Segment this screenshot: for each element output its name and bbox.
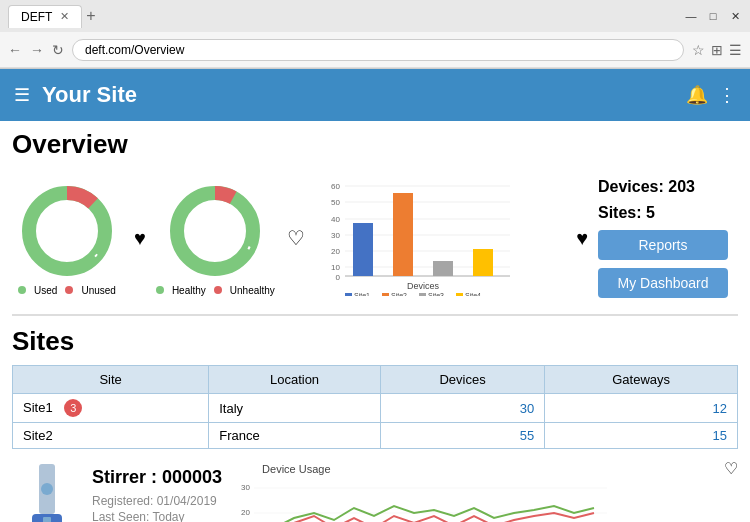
reports-button[interactable]: Reports (598, 230, 728, 260)
minimize-button[interactable]: — (684, 9, 698, 23)
svg-text:Devices: Devices (407, 281, 440, 291)
table-row: Site1 3 Italy 30 12 (13, 394, 738, 423)
browser-titlebar: DEFT ✕ + — □ ✕ (0, 0, 750, 32)
svg-rect-31 (456, 293, 463, 296)
device-chart: Device Usage ♡ 30 20 10 0 01/05/20 (232, 459, 738, 522)
menu-icon[interactable]: ☰ (729, 42, 742, 58)
svg-text:20: 20 (331, 247, 340, 256)
new-tab-button[interactable]: + (86, 7, 95, 25)
svg-rect-37 (43, 517, 51, 522)
bell-icon[interactable]: 🔔 (686, 84, 708, 106)
used-dot (18, 286, 26, 294)
site1-devices-link[interactable]: 30 (520, 401, 534, 416)
app-header: ☰ Your Site 🔔 ⋮ (0, 69, 750, 121)
svg-rect-20 (353, 223, 373, 276)
favorite-icon-2[interactable]: ♡ (287, 226, 305, 250)
tab-close-button[interactable]: ✕ (60, 10, 69, 23)
forward-button[interactable]: → (30, 42, 44, 58)
sites-title: Sites (12, 326, 738, 357)
svg-text:Site1: Site1 (354, 292, 370, 296)
more-options-icon[interactable]: ⋮ (718, 84, 736, 106)
stats-buttons: Devices: 203 Sites: 5 Reports My Dashboa… (598, 178, 738, 298)
hamburger-icon[interactable]: ☰ (14, 84, 30, 106)
back-button[interactable]: ← (8, 42, 22, 58)
site2-gateways-link[interactable]: 15 (713, 428, 727, 443)
refresh-button[interactable]: ↻ (52, 42, 64, 58)
device-section: Stirrer : 000003 Registered: 01/04/2019 … (12, 459, 738, 522)
window-controls: — □ ✕ (684, 9, 742, 23)
table-row: Site2 France 55 15 (13, 423, 738, 449)
site1-badge: 3 (64, 399, 82, 417)
unused-dot (65, 286, 73, 294)
site2-gateways[interactable]: 15 (545, 423, 738, 449)
svg-text:0: 0 (335, 273, 340, 282)
site2-devices[interactable]: 55 (380, 423, 544, 449)
svg-text:Site4: Site4 (465, 292, 481, 296)
device-info: Stirrer : 000003 Registered: 01/04/2019 … (92, 459, 222, 522)
svg-rect-25 (345, 293, 352, 296)
sites-table: Site Location Devices Gateways Site1 3 I… (12, 365, 738, 449)
unused-label: Unused (81, 285, 115, 296)
url-input[interactable] (72, 39, 684, 61)
sites-count: Sites: 5 (598, 204, 655, 222)
svg-text:10: 10 (331, 263, 340, 272)
svg-point-0 (29, 193, 105, 269)
svg-rect-29 (419, 293, 426, 296)
grid-icon[interactable]: ⊞ (711, 42, 723, 58)
favorite-icon-1[interactable]: ♥ (134, 227, 146, 250)
address-bar: ← → ↻ ☆ ⊞ ☰ (0, 32, 750, 68)
overview-charts: Used Unused ♥ Healthy Unheal (12, 168, 738, 316)
donut-chart-1 (12, 181, 122, 281)
devices-count: Devices: 203 (598, 178, 695, 196)
site1-location: Italy (209, 394, 381, 423)
browser-chrome: DEFT ✕ + — □ ✕ ← → ↻ ☆ ⊞ ☰ (0, 0, 750, 69)
header-icons: 🔔 ⋮ (686, 84, 736, 106)
dashboard-button[interactable]: My Dashboard (598, 268, 728, 298)
healthy-dot (156, 286, 164, 294)
svg-rect-27 (382, 293, 389, 296)
device-name: Stirrer : 000003 (92, 467, 222, 488)
device-registered: Registered: 01/04/2019 (92, 494, 222, 508)
donut1-legend: Used Unused (18, 285, 116, 296)
svg-point-3 (177, 193, 253, 269)
sites-section: Sites Site Location Devices Gateways Sit… (12, 326, 738, 449)
tab-title: DEFT (21, 10, 52, 24)
site1-gateways[interactable]: 12 (545, 394, 738, 423)
donut-used-unused: Used Unused (12, 181, 122, 296)
svg-text:30: 30 (241, 483, 250, 492)
device-last-seen: Last Seen: Today (92, 510, 222, 522)
site1-devices[interactable]: 30 (380, 394, 544, 423)
svg-text:20: 20 (241, 508, 250, 517)
site2-devices-link[interactable]: 55 (520, 428, 534, 443)
device-image (12, 459, 82, 522)
donut-healthy-unhealthy: Healthy Unhealthy (156, 181, 275, 296)
site2-name: Site2 (13, 423, 209, 449)
site2-location: France (209, 423, 381, 449)
site1-name: Site1 3 (13, 394, 209, 423)
col-site: Site (13, 366, 209, 394)
svg-text:50: 50 (331, 198, 340, 207)
device-usage-chart: 30 20 10 0 01/05/20 03/05/20 04/05/20 07… (232, 478, 612, 522)
col-gateways: Gateways (545, 366, 738, 394)
device-chart-title: Device Usage (262, 463, 330, 475)
unhealthy-dot (214, 286, 222, 294)
favorite-icon-3[interactable]: ♥ (576, 227, 588, 250)
star-icon[interactable]: ☆ (692, 42, 705, 58)
close-button[interactable]: ✕ (728, 9, 742, 23)
svg-text:Site2: Site2 (391, 292, 407, 296)
svg-text:30: 30 (331, 231, 340, 240)
svg-text:60: 60 (331, 182, 340, 191)
device-favorite-icon[interactable]: ♡ (724, 459, 738, 478)
bar-chart-container: 60 50 40 30 20 10 0 (315, 176, 564, 300)
svg-point-36 (41, 483, 53, 495)
overview-section: Overview Used Unused (12, 129, 738, 316)
restore-button[interactable]: □ (706, 9, 720, 23)
col-devices: Devices (380, 366, 544, 394)
main-content: Overview Used Unused (0, 121, 750, 522)
svg-rect-23 (473, 249, 493, 276)
browser-tab: DEFT ✕ (8, 5, 82, 28)
site1-gateways-link[interactable]: 12 (713, 401, 727, 416)
table-header-row: Site Location Devices Gateways (13, 366, 738, 394)
col-location: Location (209, 366, 381, 394)
donut2-legend: Healthy Unhealthy (156, 285, 275, 296)
